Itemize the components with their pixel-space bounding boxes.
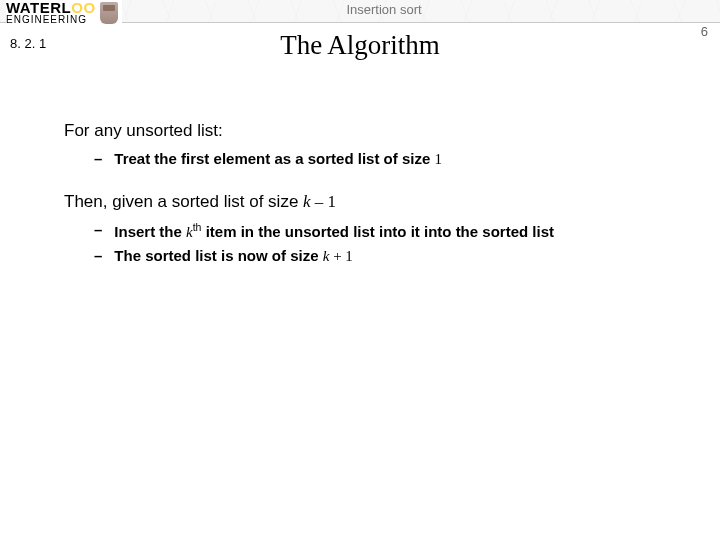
brand-top: WATERLOO	[6, 0, 96, 15]
bullet-dash: –	[94, 246, 102, 266]
b3-op: +	[329, 248, 345, 264]
b2-var: k	[186, 224, 193, 240]
crest-icon	[100, 2, 118, 24]
bullet-1-size: 1	[434, 151, 442, 167]
waterloo-logo: WATERLOO ENGINEERING	[6, 0, 122, 25]
paragraph-1: For any unsorted list:	[64, 120, 680, 143]
p2-op: –	[311, 192, 328, 211]
bullet-dash: –	[94, 149, 102, 169]
slide-subject: Insertion sort	[346, 2, 421, 17]
p2-var: k	[303, 192, 311, 211]
b3-num: 1	[345, 248, 353, 264]
b2a: Insert the	[114, 223, 186, 240]
page-number: 6	[701, 24, 708, 39]
bullet-dash: –	[94, 220, 102, 242]
bullet-1-text: Treat the first element as a sorted list…	[114, 149, 442, 169]
bullet-group-2: – Insert the kth item in the unsorted li…	[94, 220, 680, 267]
p2-num: 1	[328, 192, 337, 211]
slide-header: WATERLOO ENGINEERING Insertion sort	[0, 0, 720, 22]
bullet-2-text: Insert the kth item in the unsorted list…	[114, 220, 554, 242]
bullet-group-1: – Treat the first element as a sorted li…	[94, 149, 680, 169]
b2b: item in the unsorted list into it into t…	[201, 223, 554, 240]
bullet-1a: Treat the first element as a sorted list…	[114, 150, 434, 167]
paragraph-2: Then, given a sorted list of size k – 1	[64, 191, 680, 214]
p2a: Then, given a sorted list of size	[64, 192, 303, 211]
brand-bottom: ENGINEERING	[6, 15, 96, 25]
wordmark: WATERLOO ENGINEERING	[6, 0, 96, 25]
slide-body: For any unsorted list: – Treat the first…	[64, 120, 680, 289]
b3a: The sorted list is now of size	[114, 247, 322, 264]
bullet-3-text: The sorted list is now of size k + 1	[114, 246, 353, 266]
bullet-2: – Insert the kth item in the unsorted li…	[94, 220, 680, 242]
section-number: 8. 2. 1	[10, 36, 46, 51]
slide-title: The Algorithm	[280, 30, 440, 61]
bullet-3: – The sorted list is now of size k + 1	[94, 246, 680, 266]
bullet-1: – Treat the first element as a sorted li…	[94, 149, 680, 169]
